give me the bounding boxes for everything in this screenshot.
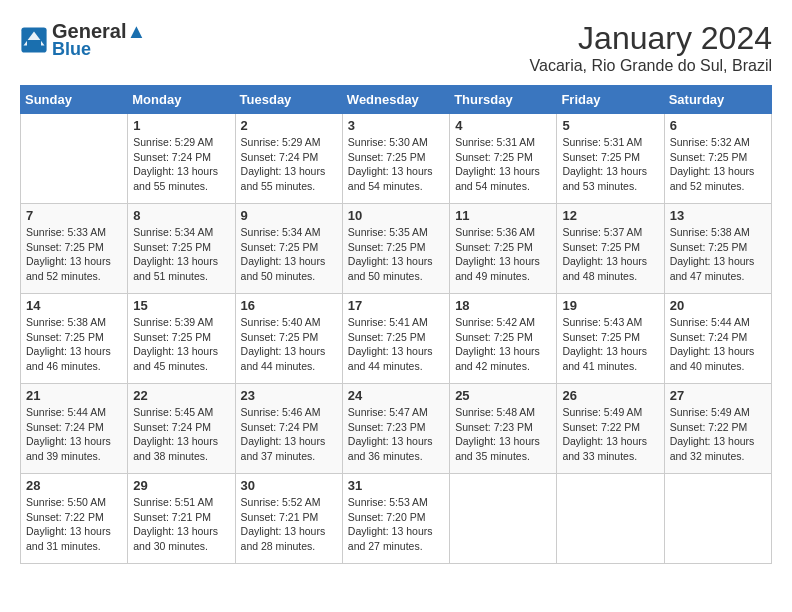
calendar-cell: 18Sunrise: 5:42 AM Sunset: 7:25 PM Dayli… bbox=[450, 294, 557, 384]
calendar-cell: 17Sunrise: 5:41 AM Sunset: 7:25 PM Dayli… bbox=[342, 294, 449, 384]
day-info: Sunrise: 5:37 AM Sunset: 7:25 PM Dayligh… bbox=[562, 225, 658, 284]
day-info: Sunrise: 5:36 AM Sunset: 7:25 PM Dayligh… bbox=[455, 225, 551, 284]
day-number: 1 bbox=[133, 118, 229, 133]
logo: General▲ Blue bbox=[20, 20, 146, 60]
day-info: Sunrise: 5:40 AM Sunset: 7:25 PM Dayligh… bbox=[241, 315, 337, 374]
day-number: 30 bbox=[241, 478, 337, 493]
day-info: Sunrise: 5:31 AM Sunset: 7:25 PM Dayligh… bbox=[562, 135, 658, 194]
calendar-cell: 13Sunrise: 5:38 AM Sunset: 7:25 PM Dayli… bbox=[664, 204, 771, 294]
day-number: 9 bbox=[241, 208, 337, 223]
day-info: Sunrise: 5:50 AM Sunset: 7:22 PM Dayligh… bbox=[26, 495, 122, 554]
day-number: 12 bbox=[562, 208, 658, 223]
calendar-cell: 8Sunrise: 5:34 AM Sunset: 7:25 PM Daylig… bbox=[128, 204, 235, 294]
day-number: 4 bbox=[455, 118, 551, 133]
day-number: 19 bbox=[562, 298, 658, 313]
col-header-sunday: Sunday bbox=[21, 86, 128, 114]
calendar-cell: 11Sunrise: 5:36 AM Sunset: 7:25 PM Dayli… bbox=[450, 204, 557, 294]
day-number: 5 bbox=[562, 118, 658, 133]
day-info: Sunrise: 5:42 AM Sunset: 7:25 PM Dayligh… bbox=[455, 315, 551, 374]
day-info: Sunrise: 5:34 AM Sunset: 7:25 PM Dayligh… bbox=[133, 225, 229, 284]
col-header-saturday: Saturday bbox=[664, 86, 771, 114]
page-header: General▲ Blue January 2024 Vacaria, Rio … bbox=[20, 20, 772, 75]
day-info: Sunrise: 5:29 AM Sunset: 7:24 PM Dayligh… bbox=[241, 135, 337, 194]
day-number: 6 bbox=[670, 118, 766, 133]
day-info: Sunrise: 5:33 AM Sunset: 7:25 PM Dayligh… bbox=[26, 225, 122, 284]
day-info: Sunrise: 5:39 AM Sunset: 7:25 PM Dayligh… bbox=[133, 315, 229, 374]
day-info: Sunrise: 5:32 AM Sunset: 7:25 PM Dayligh… bbox=[670, 135, 766, 194]
day-number: 15 bbox=[133, 298, 229, 313]
col-header-friday: Friday bbox=[557, 86, 664, 114]
calendar-cell: 15Sunrise: 5:39 AM Sunset: 7:25 PM Dayli… bbox=[128, 294, 235, 384]
calendar-cell: 1Sunrise: 5:29 AM Sunset: 7:24 PM Daylig… bbox=[128, 114, 235, 204]
calendar-cell: 26Sunrise: 5:49 AM Sunset: 7:22 PM Dayli… bbox=[557, 384, 664, 474]
calendar-cell: 14Sunrise: 5:38 AM Sunset: 7:25 PM Dayli… bbox=[21, 294, 128, 384]
calendar-cell: 21Sunrise: 5:44 AM Sunset: 7:24 PM Dayli… bbox=[21, 384, 128, 474]
title-block: January 2024 Vacaria, Rio Grande do Sul,… bbox=[530, 20, 772, 75]
calendar-cell: 19Sunrise: 5:43 AM Sunset: 7:25 PM Dayli… bbox=[557, 294, 664, 384]
day-number: 2 bbox=[241, 118, 337, 133]
calendar-cell bbox=[21, 114, 128, 204]
day-number: 29 bbox=[133, 478, 229, 493]
calendar-cell: 24Sunrise: 5:47 AM Sunset: 7:23 PM Dayli… bbox=[342, 384, 449, 474]
day-number: 31 bbox=[348, 478, 444, 493]
day-info: Sunrise: 5:44 AM Sunset: 7:24 PM Dayligh… bbox=[670, 315, 766, 374]
calendar-cell: 10Sunrise: 5:35 AM Sunset: 7:25 PM Dayli… bbox=[342, 204, 449, 294]
day-info: Sunrise: 5:51 AM Sunset: 7:21 PM Dayligh… bbox=[133, 495, 229, 554]
calendar-cell bbox=[450, 474, 557, 564]
week-row-1: 1Sunrise: 5:29 AM Sunset: 7:24 PM Daylig… bbox=[21, 114, 772, 204]
day-info: Sunrise: 5:47 AM Sunset: 7:23 PM Dayligh… bbox=[348, 405, 444, 464]
day-info: Sunrise: 5:48 AM Sunset: 7:23 PM Dayligh… bbox=[455, 405, 551, 464]
calendar-cell: 9Sunrise: 5:34 AM Sunset: 7:25 PM Daylig… bbox=[235, 204, 342, 294]
col-header-wednesday: Wednesday bbox=[342, 86, 449, 114]
logo-text: General▲ Blue bbox=[52, 20, 146, 60]
calendar-cell: 31Sunrise: 5:53 AM Sunset: 7:20 PM Dayli… bbox=[342, 474, 449, 564]
col-header-monday: Monday bbox=[128, 86, 235, 114]
col-header-tuesday: Tuesday bbox=[235, 86, 342, 114]
day-info: Sunrise: 5:30 AM Sunset: 7:25 PM Dayligh… bbox=[348, 135, 444, 194]
calendar-cell bbox=[557, 474, 664, 564]
day-info: Sunrise: 5:29 AM Sunset: 7:24 PM Dayligh… bbox=[133, 135, 229, 194]
calendar-cell: 5Sunrise: 5:31 AM Sunset: 7:25 PM Daylig… bbox=[557, 114, 664, 204]
calendar-cell: 25Sunrise: 5:48 AM Sunset: 7:23 PM Dayli… bbox=[450, 384, 557, 474]
calendar-cell: 2Sunrise: 5:29 AM Sunset: 7:24 PM Daylig… bbox=[235, 114, 342, 204]
calendar-cell: 28Sunrise: 5:50 AM Sunset: 7:22 PM Dayli… bbox=[21, 474, 128, 564]
day-info: Sunrise: 5:44 AM Sunset: 7:24 PM Dayligh… bbox=[26, 405, 122, 464]
calendar-cell: 6Sunrise: 5:32 AM Sunset: 7:25 PM Daylig… bbox=[664, 114, 771, 204]
calendar-cell: 7Sunrise: 5:33 AM Sunset: 7:25 PM Daylig… bbox=[21, 204, 128, 294]
calendar-cell: 12Sunrise: 5:37 AM Sunset: 7:25 PM Dayli… bbox=[557, 204, 664, 294]
calendar-cell: 27Sunrise: 5:49 AM Sunset: 7:22 PM Dayli… bbox=[664, 384, 771, 474]
calendar-cell: 22Sunrise: 5:45 AM Sunset: 7:24 PM Dayli… bbox=[128, 384, 235, 474]
location: Vacaria, Rio Grande do Sul, Brazil bbox=[530, 57, 772, 75]
day-number: 10 bbox=[348, 208, 444, 223]
calendar-cell: 20Sunrise: 5:44 AM Sunset: 7:24 PM Dayli… bbox=[664, 294, 771, 384]
day-number: 27 bbox=[670, 388, 766, 403]
day-number: 22 bbox=[133, 388, 229, 403]
day-number: 28 bbox=[26, 478, 122, 493]
day-number: 17 bbox=[348, 298, 444, 313]
calendar-cell: 4Sunrise: 5:31 AM Sunset: 7:25 PM Daylig… bbox=[450, 114, 557, 204]
week-row-2: 7Sunrise: 5:33 AM Sunset: 7:25 PM Daylig… bbox=[21, 204, 772, 294]
calendar-header: SundayMondayTuesdayWednesdayThursdayFrid… bbox=[21, 86, 772, 114]
day-number: 7 bbox=[26, 208, 122, 223]
day-info: Sunrise: 5:53 AM Sunset: 7:20 PM Dayligh… bbox=[348, 495, 444, 554]
day-info: Sunrise: 5:34 AM Sunset: 7:25 PM Dayligh… bbox=[241, 225, 337, 284]
day-info: Sunrise: 5:38 AM Sunset: 7:25 PM Dayligh… bbox=[26, 315, 122, 374]
calendar-table: SundayMondayTuesdayWednesdayThursdayFrid… bbox=[20, 85, 772, 564]
month-title: January 2024 bbox=[530, 20, 772, 57]
day-number: 13 bbox=[670, 208, 766, 223]
day-info: Sunrise: 5:46 AM Sunset: 7:24 PM Dayligh… bbox=[241, 405, 337, 464]
day-number: 23 bbox=[241, 388, 337, 403]
day-info: Sunrise: 5:38 AM Sunset: 7:25 PM Dayligh… bbox=[670, 225, 766, 284]
calendar-cell: 16Sunrise: 5:40 AM Sunset: 7:25 PM Dayli… bbox=[235, 294, 342, 384]
day-number: 26 bbox=[562, 388, 658, 403]
col-header-thursday: Thursday bbox=[450, 86, 557, 114]
day-number: 14 bbox=[26, 298, 122, 313]
day-info: Sunrise: 5:49 AM Sunset: 7:22 PM Dayligh… bbox=[670, 405, 766, 464]
calendar-cell: 30Sunrise: 5:52 AM Sunset: 7:21 PM Dayli… bbox=[235, 474, 342, 564]
day-number: 8 bbox=[133, 208, 229, 223]
logo-icon bbox=[20, 26, 48, 54]
day-info: Sunrise: 5:49 AM Sunset: 7:22 PM Dayligh… bbox=[562, 405, 658, 464]
day-number: 25 bbox=[455, 388, 551, 403]
day-number: 24 bbox=[348, 388, 444, 403]
calendar-cell: 3Sunrise: 5:30 AM Sunset: 7:25 PM Daylig… bbox=[342, 114, 449, 204]
